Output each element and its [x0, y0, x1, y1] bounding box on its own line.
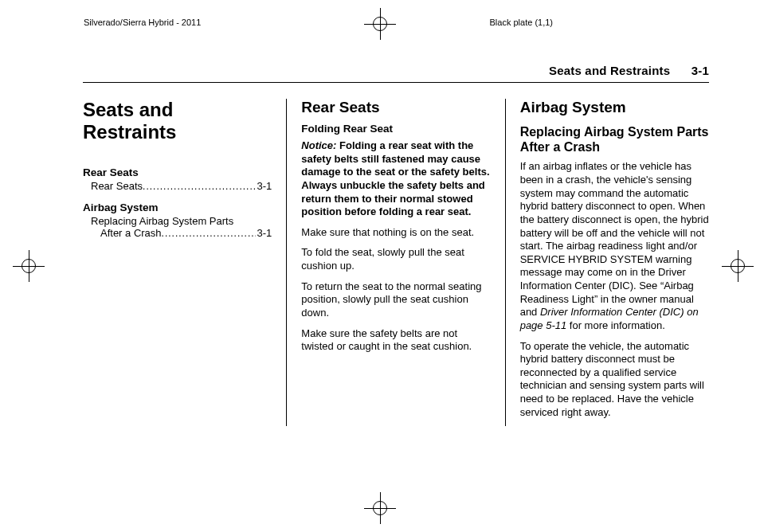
- section-heading: Rear Seats: [301, 99, 490, 116]
- column-toc: Seats and Restraints Rear Seats Rear Sea…: [83, 99, 272, 426]
- toc-heading: Airbag System: [83, 201, 272, 213]
- notice-paragraph: Notice: Folding a rear seat with the saf…: [301, 139, 490, 219]
- doc-id-left: Silverado/Sierra Hybrid - 2011: [84, 18, 201, 27]
- column-rear-seats: Rear Seats Folding Rear Seat Notice: Fol…: [286, 99, 490, 426]
- printer-marks-header: Silverado/Sierra Hybrid - 2011 Black pla…: [84, 18, 712, 27]
- section-heading: Airbag System: [520, 99, 709, 116]
- body-text: Make sure the safety belts are not twist…: [301, 327, 490, 354]
- toc-entry: Replacing Airbag System Parts After a Cr…: [83, 215, 272, 239]
- page-number: 3-1: [691, 64, 709, 77]
- doc-id-right: Black plate (1,1): [490, 18, 553, 27]
- subsection-heading: Folding Rear Seat: [301, 123, 490, 135]
- page-content: Seats and Restraints 3-1 Seats and Restr…: [83, 64, 709, 488]
- text-run: for more information.: [566, 319, 665, 331]
- subsection-heading: Replacing Airbag System Parts After a Cr…: [520, 124, 709, 155]
- toc-page: 3-1: [256, 227, 272, 239]
- toc-entry: Rear Seats .............................…: [83, 180, 272, 192]
- crop-mark-icon: [13, 250, 45, 282]
- column-airbag: Airbag System Replacing Airbag System Pa…: [505, 99, 709, 426]
- toc-page: 3-1: [256, 180, 272, 192]
- section-name: Seats and Restraints: [549, 64, 670, 77]
- toc-leader: ........................................…: [162, 228, 256, 239]
- body-text: To return the seat to the normal seating…: [301, 280, 490, 320]
- toc-leader: ........................................…: [143, 181, 255, 192]
- crop-mark-icon: [364, 8, 396, 40]
- running-header: Seats and Restraints 3-1: [83, 64, 709, 83]
- toc-label: Replacing Airbag System Parts: [91, 215, 233, 227]
- crop-mark-icon: [364, 492, 396, 524]
- text-run: If an airbag inflates or the vehicle has…: [520, 160, 709, 318]
- notice-label: Notice:: [301, 139, 336, 151]
- toc-heading: Rear Seats: [83, 166, 272, 178]
- toc-label: Rear Seats: [91, 180, 143, 192]
- body-text: Make sure that nothing is on the seat.: [301, 226, 490, 240]
- body-text: If an airbag inflates or the vehicle has…: [520, 160, 709, 332]
- crop-mark-icon: [722, 250, 754, 282]
- toc-label: After a Crash: [100, 227, 162, 239]
- chapter-title: Seats and Restraints: [83, 99, 272, 143]
- body-text: To operate the vehicle, the automatic hy…: [520, 340, 709, 420]
- body-text: To fold the seat, slowly pull the seat c…: [301, 246, 490, 272]
